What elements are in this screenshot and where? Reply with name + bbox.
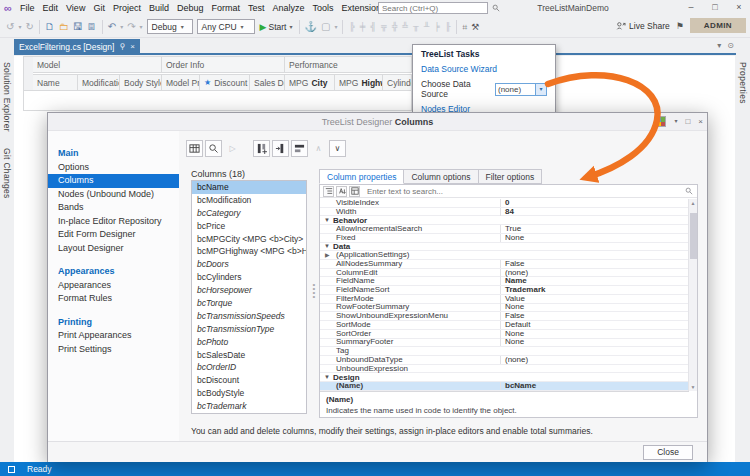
close-window-button[interactable]: × bbox=[728, 0, 750, 16]
column-header-body-style[interactable]: Body Style bbox=[120, 74, 162, 91]
property-row-sortmode[interactable]: SortModeDefault bbox=[320, 321, 689, 330]
column-list-item-bcphoto[interactable]: bcPhoto bbox=[192, 336, 306, 349]
property-value-sortorder[interactable]: None bbox=[500, 330, 689, 338]
band-header-model[interactable]: Model bbox=[33, 56, 162, 73]
nav-item-nodes-unbound-mode[interactable]: Nodes (Unbound Mode) bbox=[48, 188, 179, 202]
close-button[interactable]: Close bbox=[643, 445, 693, 460]
property-row-rowfootersummary[interactable]: RowFooterSummaryNone bbox=[320, 304, 689, 313]
column-list-item-bctransmissionspeeds[interactable]: bcTransmissionSpeeds bbox=[192, 310, 306, 323]
column-list-item-bcdiscount[interactable]: bcDiscount bbox=[192, 374, 306, 387]
band-header-performance[interactable]: Performance bbox=[285, 56, 412, 73]
property-value-name[interactable]: bcName bbox=[500, 382, 689, 390]
property-value-fixed[interactable]: None bbox=[500, 234, 689, 242]
theme-palette-icon[interactable] bbox=[655, 116, 666, 127]
property-value-rowfootersummary[interactable]: None bbox=[500, 303, 689, 311]
start-debug-button[interactable]: ▶ Start ▾ bbox=[257, 22, 296, 32]
menu-analyze[interactable]: Analyze bbox=[269, 0, 309, 16]
search-columns-button[interactable] bbox=[205, 140, 222, 157]
property-value-columnedit[interactable]: (none) bbox=[500, 269, 689, 277]
property-row-unbounddatatype[interactable]: UnboundDataType(none) bbox=[320, 356, 689, 365]
nav-item-edit-form-designer[interactable]: Edit Form Designer bbox=[48, 228, 179, 242]
add-column-button[interactable] bbox=[253, 140, 270, 157]
property-value-sortmode[interactable]: Default bbox=[500, 321, 689, 329]
property-row-columnedit[interactable]: ColumnEdit(none) bbox=[320, 269, 689, 278]
column-header-mpgcity[interactable]: MPGCity bbox=[285, 74, 335, 91]
column-list-item-bcbodystyle[interactable]: bcBodyStyle bbox=[192, 387, 306, 400]
column-chooser-button[interactable] bbox=[186, 140, 203, 157]
menu-edit[interactable]: Edit bbox=[39, 0, 63, 16]
property-row-allnodessummary[interactable]: AllNodesSummaryFalse bbox=[320, 260, 689, 269]
attach-process-icon[interactable]: ⚓ bbox=[303, 17, 319, 37]
solution-platform-combo[interactable]: Any CPU▾ bbox=[197, 19, 255, 34]
property-category-design[interactable]: ▼Design bbox=[320, 373, 689, 382]
property-row-fixed[interactable]: FixedNone bbox=[320, 234, 689, 243]
property-category-behavior[interactable]: ▼Behavior bbox=[320, 216, 689, 225]
column-list-item-bchorsepower[interactable]: bcHorsepower bbox=[192, 284, 306, 297]
property-row-fieldnamesort[interactable]: FieldNameSortTrademark bbox=[320, 286, 689, 295]
tool-tab-git-changes[interactable]: Git Changes bbox=[2, 140, 12, 207]
undo-icon[interactable]: ↶ bbox=[106, 17, 118, 37]
tools-icon[interactable]: ⚒ bbox=[469, 17, 481, 37]
menu-format[interactable]: Format bbox=[207, 0, 244, 16]
tab-list-dropdown-icon[interactable]: ▾ bbox=[717, 41, 721, 50]
column-list-item-bctorque[interactable]: bcTorque bbox=[192, 297, 306, 310]
collapse-icon[interactable]: ▼ bbox=[324, 243, 330, 249]
tab-filter-options[interactable]: Filter options bbox=[479, 169, 543, 184]
scrollbar-thumb[interactable] bbox=[690, 213, 697, 259]
insert-column-button[interactable] bbox=[272, 140, 289, 157]
column-header-cylinders[interactable]: Cylinders bbox=[383, 74, 412, 91]
panel-splitter[interactable]: •••• bbox=[310, 283, 318, 299]
document-tab-excelfiltering[interactable]: ExcelFiltering.cs [Design] ⚲ × bbox=[14, 39, 140, 54]
feedback-icon[interactable]: ⚑ bbox=[676, 21, 684, 31]
column-list-item-bctransmissiontype[interactable]: bcTransmissionType bbox=[192, 323, 306, 336]
nav-item-format-rules[interactable]: Format Rules bbox=[48, 292, 179, 306]
nav-item-options[interactable]: Options bbox=[48, 161, 179, 175]
minimize-button[interactable]: – bbox=[680, 0, 702, 16]
property-row-name[interactable]: (Name)bcName bbox=[320, 382, 689, 391]
column-header-modification[interactable]: Modification bbox=[78, 74, 120, 91]
layout-tool-icon[interactable]: ⌗ bbox=[460, 17, 469, 37]
property-value-fieldname[interactable]: Name bbox=[500, 277, 689, 285]
property-value-showunboundexpressionmenu[interactable]: False bbox=[500, 312, 689, 320]
column-list-item-bcorderid[interactable]: bcOrderID bbox=[192, 361, 306, 374]
tab-column-options[interactable]: Column options bbox=[404, 169, 478, 184]
quick-search-box[interactable] bbox=[378, 2, 488, 14]
property-value-width[interactable]: 84 bbox=[500, 208, 689, 216]
menu-debug[interactable]: Debug bbox=[173, 0, 208, 16]
menu-project[interactable]: Project bbox=[109, 0, 145, 16]
close-tab-icon[interactable]: × bbox=[130, 42, 135, 51]
column-list-item-bcsalesdate[interactable]: bcSalesDate bbox=[192, 349, 306, 362]
column-list-item-bcname[interactable]: bcName bbox=[192, 181, 306, 194]
property-row-visibleindex[interactable]: VisibleIndex0 bbox=[320, 199, 689, 208]
property-value-allowincrementalsearch[interactable]: True bbox=[500, 225, 689, 233]
property-pages-icon[interactable] bbox=[349, 186, 360, 197]
menu-file[interactable]: File bbox=[16, 0, 39, 16]
data-source-wizard-link[interactable]: Data Source Wizard bbox=[421, 64, 547, 74]
property-row-applicationsettings[interactable]: ▶(ApplicationSettings) bbox=[320, 251, 689, 260]
scroll-up-icon[interactable]: ▲ bbox=[689, 200, 697, 206]
property-row-width[interactable]: Width84 bbox=[320, 208, 689, 217]
property-row-fieldname[interactable]: FieldNameName bbox=[320, 277, 689, 286]
menu-test[interactable]: Test bbox=[244, 0, 269, 16]
column-header-name[interactable]: Name bbox=[33, 74, 78, 91]
dialog-title-bar[interactable]: TreeList Designer Columns ▾ □ × bbox=[48, 113, 707, 131]
property-row-tag[interactable]: Tag bbox=[320, 347, 689, 356]
theme-dropdown-icon[interactable]: ▾ bbox=[674, 116, 677, 127]
dialog-maximize-button[interactable]: □ bbox=[685, 116, 690, 127]
property-row-unboundexpression[interactable]: UnboundExpression bbox=[320, 365, 689, 374]
property-row-allowincrementalsearch[interactable]: AllowIncrementalSearchTrue bbox=[320, 225, 689, 234]
nav-item-columns[interactable]: Columns bbox=[48, 174, 179, 188]
column-list-item-bcmodification[interactable]: bcModification bbox=[192, 194, 306, 207]
column-list-item-bcprice[interactable]: bcPrice bbox=[192, 220, 306, 233]
property-search-input[interactable] bbox=[362, 187, 685, 196]
column-list-item-bcmpgcity[interactable]: bcMPGCity <MPG <b>City> bbox=[192, 233, 306, 246]
alphabetical-sort-icon[interactable] bbox=[336, 186, 347, 197]
menu-view[interactable]: View bbox=[62, 0, 89, 16]
column-header-model-price[interactable]: Model Price bbox=[162, 74, 200, 91]
solution-configuration-combo[interactable]: Debug▾ bbox=[147, 19, 193, 34]
property-row-sortorder[interactable]: SortOrderNone bbox=[320, 330, 689, 339]
open-folder-icon[interactable]: 🗀 bbox=[57, 17, 71, 37]
scroll-down-icon[interactable]: ▼ bbox=[689, 384, 697, 390]
column-header-discount[interactable]: ★Discount bbox=[200, 74, 250, 91]
nav-item-in-place-editor-repository[interactable]: In-place Editor Repository bbox=[48, 215, 179, 229]
